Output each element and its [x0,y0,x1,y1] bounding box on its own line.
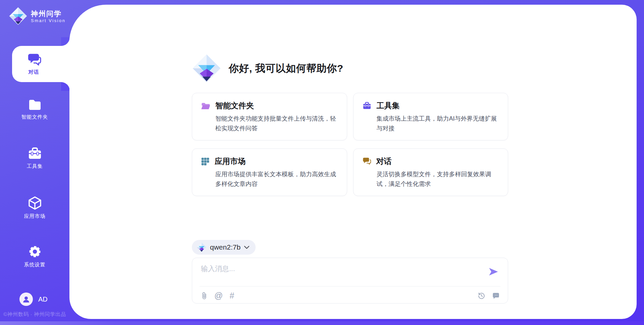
model-name: qwen2:7b [210,243,240,251]
sidebar-item-label: 智能文件夹 [0,114,69,120]
toolbox-icon [27,147,43,161]
card-title: 工具集 [377,101,400,111]
person-icon [22,295,31,304]
card-description: 智能文件夹功能支持批量文件上传与清洗，轻松实现文件问答 [215,114,341,133]
chat-icon [362,157,371,166]
copyright-text: ©神州数码 · 神州问学出品 [0,311,69,318]
sidebar-item-label: 应用市场 [0,213,69,219]
message-composer: @ # [192,258,508,304]
sidebar-item-app-market[interactable]: 应用市场 [0,195,69,219]
card-toolset[interactable]: 工具集 集成市场上主流工具，助力AI与外界无缝扩展与对接 [353,93,508,140]
history-icon [478,292,485,300]
card-chat[interactable]: 对话 灵活切换多模型文件，支持多样回复效果调试，满足个性化需求 [353,148,508,196]
sidebar-item-chat[interactable]: 对话 [12,46,70,82]
folder-open-icon [201,102,210,110]
brand-logo: 神州问学 Smart Vision [9,7,65,25]
at-icon: @ [214,291,223,300]
tab-fillet-top [61,37,70,46]
card-title: 应用市场 [215,156,246,167]
sidebar-item-toolset[interactable]: 工具集 [0,147,69,170]
gem-logo-icon [197,242,207,252]
sidebar-item-label: 对话 [29,69,39,75]
gem-logo-icon [192,54,221,83]
sidebar-item-smart-folder[interactable]: 智能文件夹 [0,98,69,120]
cube-icon [27,195,43,211]
message-input[interactable] [201,264,483,283]
message-icon [492,292,500,300]
mention-button[interactable]: @ [214,291,223,300]
card-title: 智能文件夹 [215,101,254,111]
card-description: 应用市场提供丰富长文本模板，助力高效生成多样化文章内容 [215,170,341,189]
attach-file-button[interactable] [201,291,208,300]
sidebar-item-label: 工具集 [0,163,69,170]
send-icon[interactable] [488,266,499,277]
history-button[interactable] [478,292,485,300]
sidebar: 神州问学 Smart Vision 对话 智能文件夹 工具集 [0,0,69,325]
greeting-title: 你好, 我可以如何帮助你? [229,62,343,75]
brand-subtitle: Smart Vision [31,18,65,23]
brand-name: 神州问学 [31,9,65,18]
tab-fillet-bottom [61,82,70,91]
hash-icon: # [229,291,234,300]
main-panel: 你好, 我可以如何帮助你? 智能文件夹 智能文件夹功能支持批量文件上传与清洗，轻… [69,5,637,319]
topic-button[interactable]: # [229,291,234,300]
folder-icon [27,98,43,112]
user-name: AD [38,296,48,303]
card-description: 集成市场上主流工具，助力AI与外界无缝扩展与对接 [377,114,502,133]
gear-icon [27,244,43,259]
card-title: 对话 [376,156,392,167]
model-selector[interactable]: qwen2:7b [192,240,256,255]
chevron-down-icon [244,246,250,249]
avatar [19,292,33,306]
card-app-market[interactable]: 应用市场 应用市场提供丰富长文本模板，助力高效生成多样化文章内容 [192,148,347,196]
chat-icon [26,53,42,67]
grid-icon [201,157,210,166]
composer-divider [200,286,500,286]
toolbox-icon [362,102,372,110]
card-description: 灵活切换多模型文件，支持多样回复效果调试，满足个性化需求 [377,170,502,189]
bottom-strip [0,321,644,325]
card-smart-folder[interactable]: 智能文件夹 智能文件夹功能支持批量文件上传与清洗，轻松实现文件问答 [192,93,347,140]
feedback-button[interactable] [492,292,500,300]
paperclip-icon [201,291,208,300]
greeting: 你好, 我可以如何帮助你? [192,54,343,83]
feature-cards: 智能文件夹 智能文件夹功能支持批量文件上传与清洗，轻松实现文件问答 工具集 集成… [192,93,508,196]
sidebar-item-label: 系统设置 [0,262,69,268]
sidebar-item-settings[interactable]: 系统设置 [0,244,69,268]
gem-logo-icon [9,7,28,25]
user-account[interactable]: AD [19,292,48,306]
